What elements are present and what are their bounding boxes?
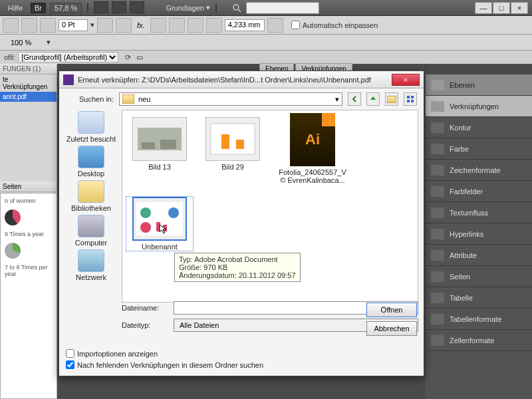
folder-combo[interactable]: neu ▾	[119, 92, 342, 106]
search-icon	[230, 3, 243, 13]
dialog-close-button[interactable]: ×	[392, 74, 420, 86]
pie-icon	[5, 243, 21, 259]
filename-label: Dateiname:	[122, 304, 168, 312]
workspace-switcher[interactable]: Grundlagen	[166, 4, 204, 12]
recent-icon	[78, 111, 104, 134]
panel-textumfluss[interactable]: Textumfluss	[426, 202, 532, 223]
profile-prefix: ofil:	[4, 53, 15, 61]
libraries-icon	[78, 180, 104, 203]
pct-field[interactable]: 100 %	[11, 39, 44, 47]
panel-seiten[interactable]: Seiten	[426, 266, 532, 287]
svg-rect-11	[236, 140, 244, 149]
document-icon[interactable]: ▭	[136, 53, 143, 62]
panel-label: Farbe	[450, 145, 469, 153]
check[interactable]	[66, 360, 74, 369]
cancel-button[interactable]: Abbrechen	[366, 321, 417, 336]
panel-farbe[interactable]: Farbe	[426, 138, 532, 160]
search-missing-checkbox[interactable]: Nach fehlenden Verknüpfungen in diesem O…	[66, 360, 263, 369]
place-network[interactable]: Netzwerk	[76, 249, 106, 281]
cursor-icon	[158, 223, 169, 234]
ctrl-icon[interactable]	[21, 18, 37, 33]
ctrl-icon[interactable]	[206, 18, 222, 33]
place-libraries[interactable]: Bibliotheken	[71, 180, 111, 212]
svg-point-0	[233, 5, 239, 10]
import-options-checkbox[interactable]: Importoptionen anzeigen	[66, 349, 263, 358]
svg-rect-5	[411, 100, 414, 102]
folder-name: neu	[138, 95, 150, 103]
swatches-icon	[431, 186, 444, 197]
place-label: Netzwerk	[76, 273, 106, 281]
maximize-button[interactable]: □	[493, 2, 510, 14]
panel-tabelle[interactable]: Tabelle	[426, 287, 532, 309]
pt-field[interactable]: 0 Pt	[59, 19, 88, 31]
app-top-bar: Hilfe Br 57,8 % Grundlagen ▾ — □ ×	[0, 0, 532, 16]
view-mode-icon[interactable]	[94, 1, 108, 13]
file-item[interactable]: Bild 29	[200, 117, 266, 171]
pages-icon	[431, 271, 444, 282]
separator	[87, 3, 88, 13]
autofit-checkbox[interactable]: Automatisch einpassen	[291, 21, 378, 29]
network-icon	[78, 249, 104, 272]
zoom-field[interactable]: 57,8 %	[50, 3, 82, 13]
document-canvas: n of women 9 Times a year 7 to 8 Times p…	[0, 193, 57, 399]
ctrl-icon[interactable]	[116, 18, 132, 33]
ctrl-icon[interactable]	[267, 18, 283, 33]
thumbnail: Ai	[290, 113, 335, 166]
file-item-selected[interactable]: Unbenannt	[126, 197, 193, 251]
ctrl-icon[interactable]	[169, 18, 185, 33]
refresh-icon[interactable]: ⟳	[125, 53, 131, 62]
search-input[interactable]	[246, 2, 319, 14]
svg-point-14	[168, 207, 179, 218]
check[interactable]	[66, 349, 74, 358]
profile-select[interactable]: [Grundprofil] (Arbeitsprofil)	[18, 52, 118, 63]
layers-icon	[431, 80, 444, 90]
ctrl-icon[interactable]	[188, 18, 203, 33]
ctrl-icon[interactable]	[40, 18, 56, 33]
filetype-label: Dateityp:	[122, 321, 168, 329]
panel-zellenformate[interactable]: Zellenformate	[426, 330, 532, 351]
new-folder-button[interactable]	[385, 92, 398, 106]
place-computer[interactable]: Computer	[75, 215, 107, 247]
place-label: Desktop	[78, 170, 104, 178]
ctrl-icon[interactable]	[3, 18, 19, 33]
file-item[interactable]: Bild 13	[126, 117, 193, 171]
place-recent[interactable]: Zuletzt besucht	[66, 111, 116, 143]
close-button[interactable]: ×	[511, 2, 528, 14]
place-label: Zuletzt besucht	[66, 135, 116, 143]
file-item[interactable]: Ai Fotolia_24062557_V © EvrenKalinbaca..…	[273, 113, 352, 184]
arrange-icon[interactable]	[130, 1, 144, 13]
link-item[interactable]: annt.pdf	[0, 92, 57, 102]
panel-kontur[interactable]: Kontur	[426, 117, 532, 138]
panel-label: Zeichenformate	[450, 166, 500, 174]
thumbnail	[132, 117, 187, 161]
panel-verknuepfungen[interactable]: Verknüpfungen	[426, 96, 532, 117]
up-button[interactable]	[366, 92, 380, 106]
view-menu-button[interactable]	[404, 92, 417, 106]
screen-mode-icon[interactable]	[112, 1, 126, 13]
ctrl-icon[interactable]	[97, 18, 113, 33]
place-desktop[interactable]: Desktop	[78, 146, 104, 178]
ctrl-icon[interactable]	[150, 18, 166, 33]
panel-zeichenformate[interactable]: Zeichenformate	[426, 160, 532, 181]
table-styles-icon	[431, 314, 444, 325]
panel-header: FUNGEN (1)	[0, 64, 57, 74]
minimize-button[interactable]: —	[475, 2, 492, 14]
panel-attribute[interactable]: Attribute	[426, 245, 532, 266]
help-menu[interactable]: Hilfe	[4, 3, 27, 13]
canvas-text: n of women	[3, 196, 54, 205]
svg-rect-3	[411, 96, 414, 98]
svg-rect-9	[211, 124, 255, 154]
panel-ebenen[interactable]: Ebenen	[426, 74, 532, 96]
tooltip-line: Größe: 970 KB	[179, 263, 296, 271]
bridge-button[interactable]: Br	[31, 3, 46, 13]
separator	[215, 3, 217, 13]
table-icon	[431, 293, 444, 303]
panel-farbfelder[interactable]: Farbfelder	[426, 181, 532, 202]
panel-hyperlinks[interactable]: Hyperlinks	[426, 223, 532, 245]
autofit-check[interactable]	[291, 21, 300, 29]
mm-field[interactable]: 4,233 mm	[225, 19, 265, 31]
fx-icon[interactable]: fx.	[134, 21, 148, 29]
back-button[interactable]	[348, 92, 361, 106]
panel-tabellenformate[interactable]: Tabellenformate	[426, 309, 532, 330]
open-button[interactable]: Öffnen	[366, 303, 417, 317]
